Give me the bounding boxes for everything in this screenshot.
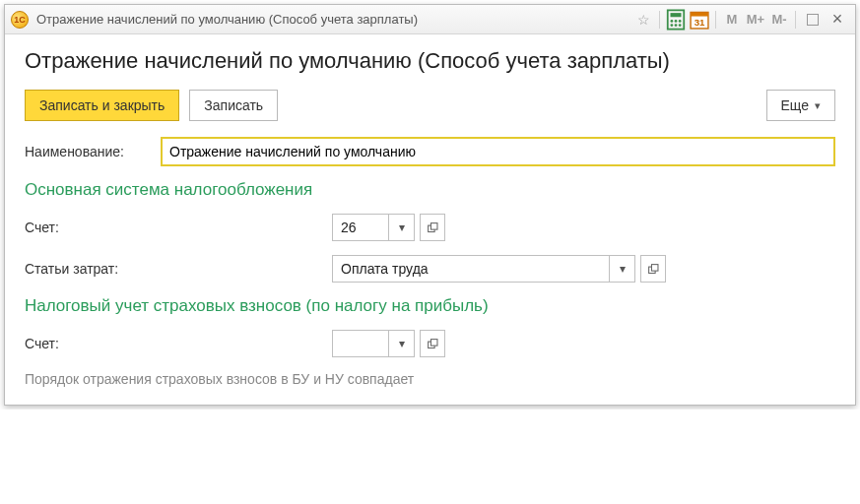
insurance-account-dropdown-button[interactable]: ▾ <box>389 330 415 357</box>
memory-m-button[interactable]: M <box>721 9 743 31</box>
svg-rect-1 <box>671 13 682 17</box>
content-area: Отражение начислений по умолчанию (Спосо… <box>5 34 855 405</box>
cost-items-dropdown-button[interactable]: ▾ <box>610 255 635 283</box>
insurance-account-row: Счет: ▾ <box>25 330 835 357</box>
divider <box>659 11 660 29</box>
open-icon <box>427 221 439 234</box>
more-button[interactable]: Еще ▾ <box>766 90 836 121</box>
cost-items-row: Статьи затрат: Оплата труда ▾ <box>25 255 835 283</box>
open-icon <box>427 338 439 350</box>
svg-point-7 <box>679 24 682 27</box>
save-button[interactable]: Записать <box>189 90 278 121</box>
account-open-button[interactable] <box>420 214 445 241</box>
svg-rect-12 <box>430 222 437 229</box>
account-combo: 26 ▾ <box>332 214 445 241</box>
svg-point-4 <box>679 20 682 23</box>
svg-point-6 <box>675 24 678 27</box>
titlebar: 1С Отражение начислений по умолчанию (Сп… <box>5 5 855 34</box>
svg-point-5 <box>671 24 674 27</box>
calculator-icon[interactable] <box>665 9 687 31</box>
memory-mplus-button[interactable]: M+ <box>745 9 766 31</box>
app-window: 1С Отражение начислений по умолчанию (Сп… <box>4 4 856 406</box>
insurance-account-label: Счет: <box>25 336 332 351</box>
name-row: Наименование: <box>25 137 835 166</box>
save-and-close-button[interactable]: Записать и закрыть <box>25 90 179 121</box>
svg-point-3 <box>675 20 678 23</box>
page-title: Отражение начислений по умолчанию (Спосо… <box>25 48 835 74</box>
account-label: Счет: <box>25 220 332 235</box>
svg-rect-9 <box>691 12 708 16</box>
svg-point-2 <box>671 20 674 23</box>
svg-rect-16 <box>430 339 437 346</box>
svg-rect-14 <box>651 264 658 271</box>
cost-items-open-button[interactable] <box>640 255 666 283</box>
divider <box>715 11 716 29</box>
chevron-down-icon: ▾ <box>399 337 405 350</box>
calendar-icon[interactable]: 31 <box>689 9 710 31</box>
close-button[interactable]: × <box>827 9 848 31</box>
insurance-account-open-button[interactable] <box>420 330 445 357</box>
cost-items-combo: Оплата труда ▾ <box>332 255 666 283</box>
app-icon: 1С <box>11 11 29 29</box>
chevron-down-icon: ▾ <box>399 220 405 234</box>
toolbar: Записать и закрыть Записать Еще ▾ <box>25 90 835 121</box>
section-tax-insurance-title: Налоговый учет страховых взносов (по нал… <box>25 296 835 316</box>
memory-mminus-button[interactable]: M- <box>768 9 790 31</box>
window-title: Отражение начислений по умолчанию (Спосо… <box>36 12 418 27</box>
more-button-label: Еще <box>781 97 810 113</box>
footer-note: Порядок отражения страховых взносов в БУ… <box>25 371 835 387</box>
section-main-tax-title: Основная система налогообложения <box>25 180 835 200</box>
account-row: Счет: 26 ▾ <box>25 214 835 241</box>
name-input[interactable] <box>161 137 835 166</box>
cost-items-value[interactable]: Оплата труда <box>332 255 610 283</box>
svg-text:31: 31 <box>695 17 705 28</box>
chevron-down-icon: ▾ <box>815 99 821 112</box>
maximize-button[interactable] <box>807 14 819 26</box>
divider <box>795 11 796 29</box>
cost-items-label: Статьи затрат: <box>25 261 332 277</box>
account-value[interactable]: 26 <box>332 214 389 241</box>
favorite-icon[interactable]: ☆ <box>632 9 654 31</box>
name-label: Наименование: <box>25 144 161 159</box>
insurance-account-combo: ▾ <box>332 330 445 357</box>
insurance-account-value[interactable] <box>332 330 389 357</box>
account-dropdown-button[interactable]: ▾ <box>389 214 415 241</box>
open-icon <box>647 263 660 276</box>
chevron-down-icon: ▾ <box>620 262 626 276</box>
